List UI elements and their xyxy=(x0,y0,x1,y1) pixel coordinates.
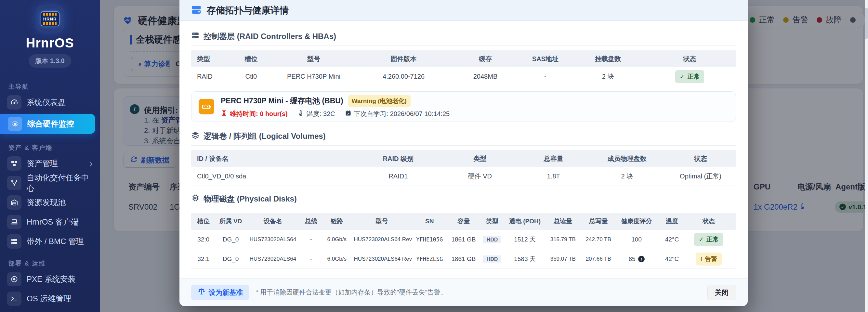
disk-bus: - xyxy=(300,236,322,243)
bbu-next-learn: 下次自学习: 2026/06/07 10:14:25 xyxy=(345,110,450,118)
disk-bus: - xyxy=(300,255,322,262)
col-link: 链路 xyxy=(322,217,352,225)
sidebar-item-label: 资产管理 xyxy=(27,158,58,169)
chip-icon xyxy=(191,194,199,204)
layers-icon xyxy=(191,131,199,142)
col-capacity: 容量 xyxy=(447,217,480,225)
page-scrollbar[interactable] xyxy=(865,0,868,312)
bbu-temperature: 温度: 32C xyxy=(298,110,335,118)
disk-status: 告警 xyxy=(687,252,731,266)
ctrl-firmware: 4.260.00-7126 xyxy=(355,73,453,80)
ctrl-disk-count: 2 块 xyxy=(572,72,643,81)
scrollbar-thumb[interactable] xyxy=(865,8,868,39)
disk-capacity: 1861 GB xyxy=(447,236,480,243)
sidebar-item-task-center[interactable]: 自动化交付任务中心 xyxy=(4,175,96,191)
sidebar-item-dashboard[interactable]: 系统仪表盘 xyxy=(4,94,96,111)
close-button[interactable]: 关闭 xyxy=(707,285,736,300)
disk-device: HUS723020ALS64 xyxy=(246,256,300,262)
modal-title: 存储拓扑与健康详情 xyxy=(207,4,289,17)
col-device: 设备名 xyxy=(246,217,300,225)
nav-section-main: 主导航 xyxy=(8,83,100,91)
disk-vd: DG_0 xyxy=(216,255,245,262)
sidebar-item-label: PXE 系统安装 xyxy=(27,274,76,284)
sidebar-item-client[interactable]: HrnrOS 客户端 xyxy=(4,214,96,230)
nav-section-assets: 资产 & 客户端 xyxy=(8,144,100,152)
sidebar-item-bmc[interactable]: 带外 / BMC 管理 xyxy=(4,233,96,250)
battery-icon xyxy=(198,99,214,115)
divider xyxy=(191,208,736,208)
sidebar-item-label: OS 运维管理 xyxy=(27,293,71,304)
modal-footer: 设为新基准 * 用于消除因硬件合法变更（如加内存条）导致的"硬件丢失"告警。 关… xyxy=(180,278,748,306)
workflow-icon xyxy=(7,176,22,190)
col-cache: 缓存 xyxy=(453,55,518,63)
modal-body: 控制器层 (RAID Controllers & HBAs) 类型 槽位 型号 … xyxy=(180,21,748,278)
disk-link: 6.0Gb/s xyxy=(322,256,352,262)
sidebar-item-resource-pool[interactable]: 资源发现池 xyxy=(4,194,96,211)
col-model: 型号 xyxy=(273,55,354,63)
sidebar-item-pxe-install[interactable]: PXE 系统安装 xyxy=(4,271,96,287)
col-read: 总读量 xyxy=(545,217,581,225)
controller-row: RAID Ctl0 PERC H730P Mini 4.260.00-7126 … xyxy=(191,67,736,86)
col-status: 状态 xyxy=(665,154,736,163)
sidebar-item-label: HrnrOS 客户端 xyxy=(27,217,79,227)
vd-capacity: 1.8T xyxy=(518,173,589,180)
disk-sn: YFHE105G xyxy=(412,236,447,243)
col-firmware: 固件版本 xyxy=(355,55,453,63)
controllers-table-header: 类型 槽位 型号 固件版本 缓存 SAS地址 挂载盘数 状态 xyxy=(191,51,736,67)
disk-row: 32:1 DG_0 HUS723020ALS64 - 6.0Gb/s HUS72… xyxy=(191,249,736,269)
sidebar-item-asset-management[interactable]: 资产管理 xyxy=(4,155,96,171)
disk-poh: 1583 天 xyxy=(504,255,546,263)
disc-icon xyxy=(7,272,22,286)
disk-slot: 32:0 xyxy=(191,236,216,243)
col-capacity: 总容量 xyxy=(518,154,589,163)
sidebar-item-os-ops[interactable]: OS 运维管理 xyxy=(4,290,96,307)
disk-sn: YFHEZLSG xyxy=(412,256,447,262)
ctrl-slot: Ctl0 xyxy=(229,73,273,80)
modal-header: 存储拓扑与健康详情 xyxy=(180,0,748,21)
warning-icon xyxy=(700,255,702,262)
col-raid-level: RAID 级别 xyxy=(355,154,442,163)
col-disk-count: 挂载盘数 xyxy=(572,55,643,63)
ctrl-cache: 2048MB xyxy=(453,73,518,80)
sidebar-item-label: 资源发现池 xyxy=(27,197,66,208)
disk-vd: DG_0 xyxy=(216,236,245,243)
info-icon[interactable] xyxy=(638,256,645,262)
server-icon xyxy=(7,234,22,249)
sidebar-item-label: 系统仪表盘 xyxy=(27,97,66,107)
check-icon xyxy=(680,73,685,80)
col-bus: 总线 xyxy=(300,217,322,225)
sidebar-item-hardware-monitor[interactable]: 综合硬件监控 xyxy=(0,114,95,134)
vd-raid: RAID1 xyxy=(355,173,442,180)
disks-section-title: 物理磁盘 (Physical Disks) xyxy=(191,194,736,204)
volumes-table: ID / 设备名 RAID 级别 类型 总容量 成员物理盘数 状态 Ctl0_V… xyxy=(191,150,736,186)
vd-id: Ctl0_VD_0/0 sda xyxy=(191,173,355,180)
terminal-icon xyxy=(7,291,22,306)
controllers-section-title: 控制器层 (RAID Controllers & HBAs) xyxy=(191,31,736,41)
divider xyxy=(191,145,736,146)
disk-model: HUS723020ALS64 Rev:- xyxy=(352,236,411,243)
disk-poh: 1512 天 xyxy=(504,235,546,244)
ctrl-type: RAID xyxy=(191,73,229,80)
vd-type: 硬件 VD xyxy=(442,172,518,181)
col-poh: 通电 (POH) xyxy=(504,217,546,225)
disk-written: 242.70 TB xyxy=(581,236,616,243)
disk-temp: 42°C xyxy=(657,236,687,243)
chevron-right-icon xyxy=(89,159,93,168)
bbu-card: PERC H730P Mini - 缓存电池 (BBU) Warning (电池… xyxy=(191,91,736,122)
ctrl-status: 正常 xyxy=(643,70,736,83)
warehouse-icon xyxy=(7,195,22,210)
disk-read: 359.07 TB xyxy=(545,256,581,262)
bbu-hold-time: 维持时间: 0 hour(s) xyxy=(221,110,288,118)
col-type: 类型 xyxy=(191,55,229,63)
col-type: 类型 xyxy=(480,217,504,225)
col-slot: 槽位 xyxy=(229,55,273,63)
volumes-section-title: 逻辑卷 / 阵列组 (Logical Volumes) xyxy=(191,131,736,142)
bbu-title: PERC H730P Mini - 缓存电池 (BBU) xyxy=(221,96,343,106)
disk-read: 315.79 TB xyxy=(545,236,581,243)
set-baseline-button[interactable]: 设为新基准 xyxy=(191,285,249,300)
col-sn: SN xyxy=(412,218,447,225)
hourglass-icon xyxy=(221,110,227,118)
disk-capacity: 1861 GB xyxy=(447,255,480,262)
app-name: HrnrOS xyxy=(26,36,74,51)
footer-hint: * 用于消除因硬件合法变更（如加内存条）导致的"硬件丢失"告警。 xyxy=(256,288,447,297)
